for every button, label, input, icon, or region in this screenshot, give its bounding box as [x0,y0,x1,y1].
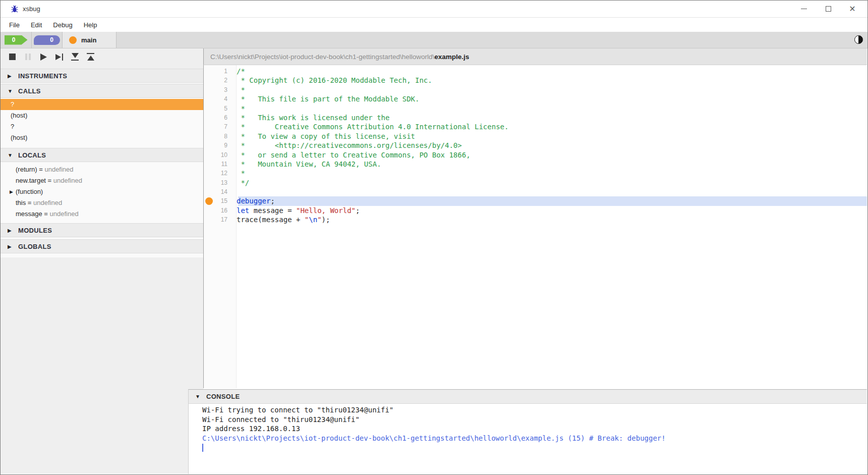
code-line: 1/* [204,67,867,76]
code-editor[interactable]: 1/*2 * Copyright (c) 2016-2020 Moddable … [203,65,867,388]
line-number[interactable]: 17 [204,215,232,224]
local-variable-name: (function) [16,186,43,197]
code-segment: * <http://creativecommons.org/licenses/b… [237,141,462,149]
equals-sign: = [26,197,33,208]
local-variable-name: this [16,197,26,208]
code-segment: /* [237,67,245,75]
code-text: * This file is part of the Moddable SDK. [232,94,419,103]
code-line: 12 * [204,169,867,178]
local-variable-name: (return) [16,164,37,175]
call-stack-list: ?(host)?(host) [1,98,203,143]
code-segment: message = [249,206,296,215]
stop-icon [9,54,16,60]
local-variable-value: undefined [44,164,73,175]
line-number[interactable]: 6 [204,113,232,122]
debug-sidebar: ▶INSTRUMENTS▼CALLS?(host)?(host)▼LOCALS(… [1,65,203,474]
close-button[interactable]: ✕ [840,1,864,17]
sidebar-sections: ▶INSTRUMENTS▼CALLS?(host)?(host)▼LOCALS(… [1,69,203,257]
code-line: 16let message = "Hello, World"; [204,206,867,215]
local-variable-list: (return) = undefinednew.target = undefin… [1,162,203,220]
local-variable-row[interactable]: message = undefined [1,208,203,220]
call-stack-item[interactable]: ? [1,99,203,110]
call-stack-item[interactable]: ? [1,121,203,132]
line-number[interactable]: 2 [204,76,232,85]
local-variable-row[interactable]: ▶(function) [1,186,203,197]
machine-tab-main[interactable]: main [63,32,117,48]
sidebar-section-label: GLOBALS [18,243,51,250]
code-text: * <http://creativecommons.org/licenses/b… [232,141,462,150]
line-number[interactable]: 3 [204,85,232,94]
step-out-button[interactable] [83,48,98,65]
file-path-bar: C:\Users\nickt\Projects\iot-product-dev-… [203,48,867,65]
line-number[interactable]: 16 [204,206,232,215]
step-next-icon [55,54,64,61]
menu-item-debug[interactable]: Debug [47,18,78,32]
local-variable-row[interactable]: (return) = undefined [1,164,203,175]
code-text: debugger; [232,196,275,205]
code-text: let message = "Hello, World"; [232,206,360,215]
code-line: 4 * This file is part of the Moddable SD… [204,94,867,103]
minimize-icon [801,9,807,10]
menu-item-edit[interactable]: Edit [25,18,47,32]
line-number[interactable]: 10 [204,150,232,160]
equals-sign: = [42,208,50,220]
code-line: 3 * [204,85,867,94]
step-into-button[interactable] [67,48,83,65]
line-number[interactable]: 5 [204,104,232,113]
code-text: /* [232,67,245,76]
equals-sign: = [46,175,53,186]
theme-toggle-icon[interactable] [854,35,863,44]
local-variable-row[interactable]: new.target = undefined [1,175,203,186]
line-number[interactable]: 4 [204,94,232,103]
line-number[interactable]: 12 [204,169,232,178]
bubbles-tab[interactable]: 0 [32,32,63,48]
debug-toolbar [1,48,203,65]
code-text [232,187,237,196]
sidebar-section-calls[interactable]: ▼CALLS [1,84,203,98]
line-number[interactable]: 7 [204,122,232,131]
minimize-button[interactable] [792,1,816,17]
code-segment: * or send a letter to Creative Commons, … [237,151,471,159]
machine-status-dot-icon [69,36,77,44]
maximize-button[interactable] [816,1,840,17]
code-text: * Mountain View, CA 94042, USA. [232,160,381,169]
call-stack-item[interactable]: (host) [1,132,203,143]
step-out-icon [87,53,94,61]
code-segment: ); [322,216,330,224]
console-header[interactable]: ▼ CONSOLE [189,390,867,404]
kill-button[interactable] [5,48,20,65]
bug-icon [11,5,18,13]
local-variable-name: message [16,208,42,220]
menu-item-file[interactable]: File [4,18,25,32]
menu-item-help[interactable]: Help [78,18,103,32]
window-controls: ✕ [792,1,864,17]
breakpoints-tab[interactable]: 0 [1,32,32,48]
sidebar-section-locals[interactable]: ▼LOCALS [1,148,203,162]
play-icon [40,54,47,61]
console-output[interactable]: Wi-Fi trying to connect to "thiru01234@u… [189,404,867,452]
sidebar-section-label: MODULES [18,227,52,234]
code-segment: * To view a copy of this license, visit [237,132,415,140]
line-number[interactable]: 8 [204,132,232,141]
line-number[interactable]: 13 [204,178,232,187]
code-text: * Creative Commons Attribution 4.0 Inter… [232,122,508,131]
line-number[interactable]: 9 [204,141,232,150]
code-segment: * Creative Commons Attribution 4.0 Inter… [237,123,508,131]
machine-tab-label: main [81,36,96,44]
bubbles-badge: 0 [34,35,60,45]
line-number[interactable]: 1 [204,67,232,76]
run-button[interactable] [36,48,51,65]
sidebar-section-globals[interactable]: ▶GLOBALS [1,239,203,253]
code-segment: * This file is part of the Moddable SDK. [237,95,419,103]
line-number[interactable]: 14 [204,187,232,196]
menu-bar: FileEditDebugHelp [1,18,867,32]
code-segment: ; [356,206,360,215]
sidebar-section-modules[interactable]: ▶MODULES [1,223,203,237]
local-variable-row[interactable]: this = undefined [1,197,203,208]
code-text: * This work is licensed under the [232,113,389,122]
line-number[interactable]: 11 [204,160,232,169]
sidebar-section-instruments[interactable]: ▶INSTRUMENTS [1,69,203,83]
call-stack-item[interactable]: (host) [1,110,203,121]
bubbles-count: 0 [50,36,53,43]
step-button[interactable] [51,48,67,65]
